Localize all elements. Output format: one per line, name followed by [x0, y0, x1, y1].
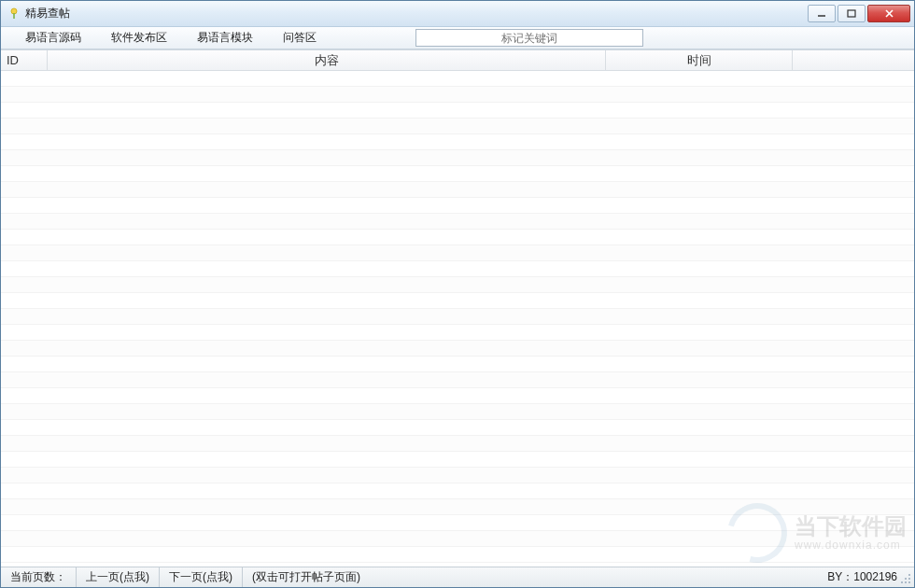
tab-qa[interactable]: 问答区	[268, 28, 331, 48]
table-row	[1, 277, 914, 293]
table-row	[1, 372, 914, 388]
tab-software-release[interactable]: 软件发布区	[96, 28, 182, 48]
table-row	[1, 515, 914, 531]
toolbar: 易语言源码 软件发布区 易语言模块 问答区	[1, 27, 914, 49]
statusbar: 当前页数： 上一页(点我) 下一页(点我) (双击可打开帖子页面) BY：100…	[1, 567, 914, 587]
table-row	[1, 182, 914, 198]
table-row	[1, 293, 914, 309]
table-row	[1, 420, 914, 436]
column-content[interactable]: 内容	[48, 50, 606, 70]
close-button[interactable]	[867, 5, 910, 22]
prev-page-button[interactable]: 上一页(点我)	[77, 567, 160, 587]
table-row	[1, 150, 914, 166]
hint-text: (双击可打开帖子页面)	[243, 567, 818, 587]
current-page-label: 当前页数：	[1, 567, 77, 587]
table-row	[1, 245, 914, 261]
maximize-button[interactable]	[838, 5, 866, 22]
column-tail	[793, 50, 914, 70]
window-controls	[806, 5, 910, 22]
svg-point-6	[908, 574, 910, 576]
table-row	[1, 325, 914, 341]
table-body[interactable]	[1, 71, 914, 567]
resize-grip-icon[interactable]	[899, 572, 912, 585]
table-row	[1, 499, 914, 515]
table-row	[1, 87, 914, 103]
table-row	[1, 483, 914, 499]
table-row	[1, 388, 914, 404]
table-row	[1, 436, 914, 452]
table-row	[1, 357, 914, 372]
svg-point-7	[905, 578, 907, 580]
table-row	[1, 103, 914, 119]
column-id[interactable]: ID	[1, 50, 48, 70]
minimize-button[interactable]	[808, 5, 836, 22]
svg-rect-3	[848, 10, 855, 17]
table-row	[1, 198, 914, 214]
app-icon	[7, 7, 21, 21]
table-row	[1, 341, 914, 357]
table-row	[1, 119, 914, 134]
search-input[interactable]	[415, 29, 643, 47]
table-row	[1, 230, 914, 245]
tab-modules[interactable]: 易语言模块	[182, 28, 268, 48]
table-header: ID 内容 时间	[1, 50, 914, 71]
table-row	[1, 531, 914, 547]
table-row	[1, 547, 914, 563]
svg-point-11	[908, 581, 910, 583]
next-page-button[interactable]: 下一页(点我)	[160, 567, 243, 587]
table-row	[1, 214, 914, 230]
svg-point-10	[905, 581, 907, 583]
window-title: 精易查帖	[25, 6, 806, 21]
svg-point-9	[901, 581, 903, 583]
table-row	[1, 404, 914, 420]
table-row	[1, 71, 914, 87]
table-row	[1, 452, 914, 468]
table-row	[1, 468, 914, 483]
data-table: ID 内容 时间	[1, 49, 914, 567]
titlebar: 精易查帖	[1, 1, 914, 27]
svg-rect-1	[13, 13, 15, 19]
svg-point-8	[908, 578, 910, 580]
table-row	[1, 166, 914, 182]
app-window: 精易查帖 易语言源码 软件发布区 易语言模块 问答区 ID 内容 时间	[0, 0, 915, 588]
table-row	[1, 261, 914, 277]
tab-source-code[interactable]: 易语言源码	[10, 28, 96, 48]
column-time[interactable]: 时间	[606, 50, 793, 70]
table-row	[1, 134, 914, 150]
table-row	[1, 309, 914, 325]
